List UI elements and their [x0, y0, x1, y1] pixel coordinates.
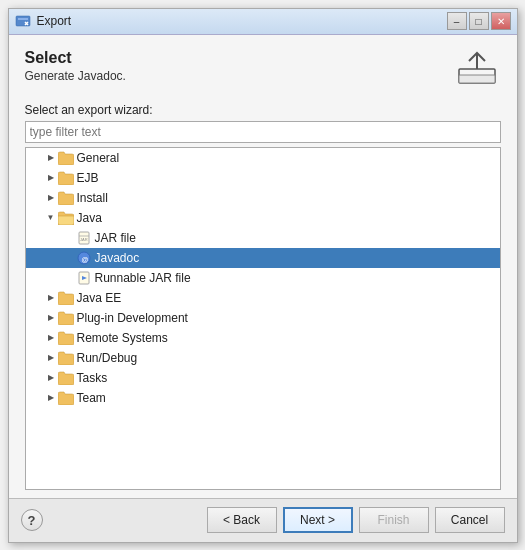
svg-text:@: @	[81, 255, 88, 262]
tree-item-general[interactable]: General	[26, 148, 500, 168]
label-java-ee: Java EE	[77, 291, 122, 305]
minimize-button[interactable]: –	[447, 12, 467, 30]
toggle-plugin-dev[interactable]	[44, 311, 58, 325]
label-install: Install	[77, 191, 108, 205]
close-button[interactable]: ✕	[491, 12, 511, 30]
tree-item-plugin-dev[interactable]: Plug-in Development	[26, 308, 500, 328]
label-runnable-jar: Runnable JAR file	[95, 271, 191, 285]
toggle-java[interactable]	[44, 211, 58, 225]
section-subtitle: Generate Javadoc.	[25, 69, 126, 83]
label-run-debug: Run/Debug	[77, 351, 138, 365]
svg-rect-3	[459, 75, 495, 83]
label-plugin-dev: Plug-in Development	[77, 311, 188, 325]
folder-icon-remote-systems	[58, 331, 74, 345]
finish-button[interactable]: Finish	[359, 507, 429, 533]
svg-rect-1	[18, 18, 28, 20]
tree-item-remote-systems[interactable]: Remote Systems	[26, 328, 500, 348]
runnable-jar-icon	[76, 270, 92, 286]
label-tasks: Tasks	[77, 371, 108, 385]
label-team: Team	[77, 391, 106, 405]
tree-item-javadoc[interactable]: @ Javadoc	[26, 248, 500, 268]
svg-text:JAR: JAR	[80, 237, 88, 242]
folder-icon-java-ee	[58, 291, 74, 305]
folder-icon-java	[58, 211, 74, 225]
folder-icon-general	[58, 151, 74, 165]
label-javadoc: Javadoc	[95, 251, 140, 265]
titlebar-left: Export	[15, 13, 72, 29]
titlebar-buttons: – □ ✕	[447, 12, 511, 30]
toggle-run-debug[interactable]	[44, 351, 58, 365]
maximize-button[interactable]: □	[469, 12, 489, 30]
folder-icon-plugin-dev	[58, 311, 74, 325]
footer-right: < Back Next > Finish Cancel	[207, 507, 505, 533]
cancel-button[interactable]: Cancel	[435, 507, 505, 533]
folder-icon-install	[58, 191, 74, 205]
label-ejb: EJB	[77, 171, 99, 185]
folder-icon-tasks	[58, 371, 74, 385]
folder-icon-run-debug	[58, 351, 74, 365]
window-title: Export	[37, 14, 72, 28]
help-button[interactable]: ?	[21, 509, 43, 531]
label-java: Java	[77, 211, 102, 225]
jar-icon: JAR	[76, 230, 92, 246]
tree-item-jar-file[interactable]: JAR JAR file	[26, 228, 500, 248]
section-title: Select	[25, 49, 126, 67]
tree-container[interactable]: General EJB Install	[25, 147, 501, 490]
export-svg-icon	[457, 51, 497, 87]
titlebar: Export – □ ✕	[9, 9, 517, 35]
tree-item-run-debug[interactable]: Run/Debug	[26, 348, 500, 368]
label-jar-file: JAR file	[95, 231, 136, 245]
tree-item-runnable-jar[interactable]: Runnable JAR file	[26, 268, 500, 288]
tree-item-java-ee[interactable]: Java EE	[26, 288, 500, 308]
toggle-remote-systems[interactable]	[44, 331, 58, 345]
header-text: Select Generate Javadoc.	[25, 49, 126, 93]
label-remote-systems: Remote Systems	[77, 331, 168, 345]
header-row: Select Generate Javadoc.	[25, 49, 501, 93]
export-icon	[453, 49, 501, 89]
tree-item-tasks[interactable]: Tasks	[26, 368, 500, 388]
main-content: Select Generate Javadoc. Select an expor…	[9, 35, 517, 498]
export-dialog: Export – □ ✕ Select Generate Javadoc.	[8, 8, 518, 543]
filter-input[interactable]	[25, 121, 501, 143]
folder-icon-team	[58, 391, 74, 405]
back-button[interactable]: < Back	[207, 507, 277, 533]
tree-item-java[interactable]: Java	[26, 208, 500, 228]
label-general: General	[77, 151, 120, 165]
window-icon	[15, 13, 31, 29]
tree-item-team[interactable]: Team	[26, 388, 500, 408]
tree-item-ejb[interactable]: EJB	[26, 168, 500, 188]
javadoc-icon: @	[76, 250, 92, 266]
tree-item-install[interactable]: Install	[26, 188, 500, 208]
toggle-general[interactable]	[44, 151, 58, 165]
next-button[interactable]: Next >	[283, 507, 353, 533]
footer-left: ?	[21, 509, 43, 531]
wizard-label: Select an export wizard:	[25, 103, 501, 117]
dialog-footer: ? < Back Next > Finish Cancel	[9, 498, 517, 542]
folder-icon-ejb	[58, 171, 74, 185]
toggle-install[interactable]	[44, 191, 58, 205]
toggle-team[interactable]	[44, 391, 58, 405]
toggle-ejb[interactable]	[44, 171, 58, 185]
toggle-tasks[interactable]	[44, 371, 58, 385]
toggle-java-ee[interactable]	[44, 291, 58, 305]
